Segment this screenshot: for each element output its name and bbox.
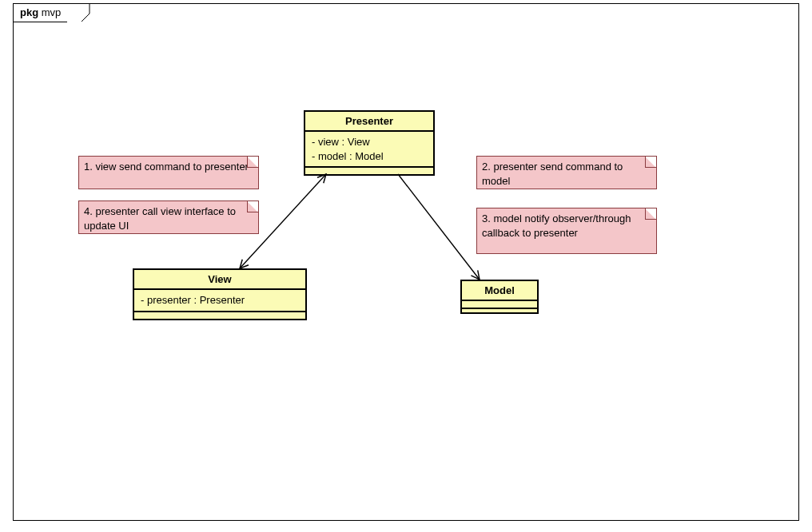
package-name: mvp	[42, 6, 62, 18]
note-1: 1. view send command to presenter	[78, 156, 259, 189]
note-4: 4. presenter call view interface to upda…	[78, 200, 259, 234]
class-view: View - presenter : Presenter	[133, 268, 307, 320]
class-presenter: Presenter - view : View - model : Model	[304, 110, 435, 176]
class-model-title: Model	[462, 281, 537, 301]
class-model: Model	[460, 280, 539, 314]
attr-line: - model : Model	[312, 149, 427, 164]
class-model-attrs	[462, 301, 537, 309]
svg-line-1	[82, 14, 90, 22]
note-3: 3. model notify observer/through callbac…	[476, 208, 657, 254]
note-2: 2. presenter send command to model	[476, 156, 657, 189]
note-text: 3. model notify observer/through callbac…	[482, 212, 631, 239]
class-view-attrs: - presenter : Presenter	[134, 290, 305, 312]
class-presenter-attrs: - view : View - model : Model	[305, 132, 433, 168]
class-presenter-ops	[305, 168, 433, 174]
class-view-title: View	[134, 270, 305, 290]
note-text: 4. presenter call view interface to upda…	[84, 205, 236, 232]
class-model-ops	[462, 309, 537, 312]
note-fold-icon	[247, 157, 258, 168]
note-fold-icon	[645, 208, 656, 220]
attr-line: - view : View	[312, 135, 427, 149]
note-fold-icon	[247, 201, 258, 212]
package-tab: pkg mvp	[13, 3, 67, 22]
package-frame: pkg mvp	[13, 3, 799, 521]
package-keyword: pkg	[20, 6, 38, 18]
diagram-canvas: pkg mvp Presenter - view : View - model …	[0, 0, 812, 532]
note-fold-icon	[645, 157, 656, 168]
note-text: 1. view send command to presenter	[84, 161, 249, 173]
attr-line: - presenter : Presenter	[141, 293, 299, 308]
class-view-ops	[134, 312, 305, 319]
note-text: 2. presenter send command to model	[482, 161, 623, 187]
class-presenter-title: Presenter	[305, 112, 433, 132]
